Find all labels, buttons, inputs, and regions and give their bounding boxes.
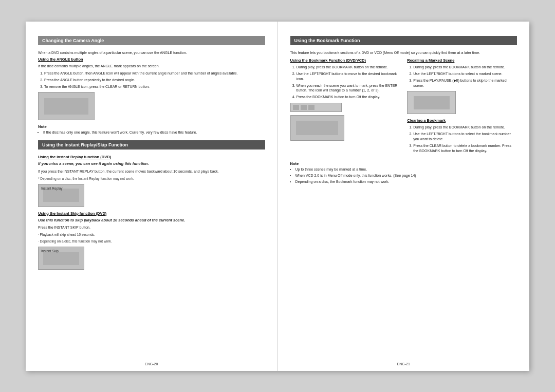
camera-angle-header: Changing the Camera Angle: [38, 36, 265, 45]
bookmark-note-1: Up to three scenes may be marked at a ti…: [295, 167, 517, 172]
angle-step-2: Press the ANGLE button repeatedly to the…: [44, 78, 265, 83]
skip-screen-inner: [43, 252, 79, 265]
bookmark-note-3: Depending on a disc, the Bookmark functi…: [295, 179, 517, 184]
clear-step-2: Use the LEFT/RIGHT buttons to select the…: [413, 132, 517, 142]
instant-skip-title: Using the Instant Skip function (DVD): [38, 211, 265, 216]
angle-step-1: Press the ANGLE button, then ANGLE icon …: [44, 71, 265, 76]
instant-skip-note2: · Depending on a disc, this function may…: [38, 239, 265, 244]
page-left: Changing the Camera Angle When a DVD con…: [26, 22, 278, 371]
angle-button-title: Using the ANGLE button: [38, 57, 265, 62]
instant-skip-screen-label: Instant Skip: [41, 249, 59, 253]
bm-icon-1: [293, 105, 299, 110]
bookmark-note-title: Note: [290, 161, 517, 166]
recalling-steps: During play, press the BOOKMARK button o…: [407, 65, 517, 88]
bm-icon-3: [308, 105, 314, 110]
bookmark-note-2: When VCD 2.0 is in Menu Off mode only, t…: [295, 173, 517, 178]
page-number-right: ENG-21: [397, 362, 410, 366]
clear-step-3: Press the CLEAR button to delete a bookm…: [413, 143, 517, 154]
camera-angle-intro: When a DVD contains multiple angles of a…: [38, 50, 265, 55]
camera-note-list: If the disc has only one angle, this fea…: [38, 130, 265, 135]
camera-note-item: If the disc has only one angle, this fea…: [43, 130, 265, 135]
bookmark-screen: [290, 115, 344, 141]
page-number-left: ENG-20: [145, 362, 158, 366]
instant-replay-screen: Instant Replay: [38, 184, 84, 207]
bookmark-columns: Using the Bookmark Function (DVD/VCD) Du…: [290, 58, 517, 156]
bm-step-3: When you reach the scene you want to mar…: [297, 83, 400, 94]
clearing-title: Clearing a Bookmark: [407, 118, 517, 123]
instant-replay-header: Using the Instant Replay/Skip Function: [38, 140, 265, 150]
page-right: Using the Bookmark Function This feature…: [278, 22, 530, 371]
clear-step-1: During play, press the BOOKMARK button o…: [413, 125, 517, 130]
instant-skip-screen: Instant Skip: [38, 247, 84, 270]
recall-step-2: Use the LEFT/RIGHT buttons to select a m…: [413, 71, 517, 77]
instant-replay-bold: If you miss a scene, you can see it agai…: [38, 161, 265, 167]
angle-steps: Press the ANGLE button, then ANGLE icon …: [38, 71, 265, 89]
bookmark-right-col: Recalling a Marked Scene During play, pr…: [407, 58, 517, 156]
section-bookmark: Using the Bookmark Function This feature…: [290, 36, 517, 184]
bookmark-dvdvcd-steps: During play, press the BOOKMARK button o…: [290, 65, 400, 100]
section-camera-angle: Changing the Camera Angle When a DVD con…: [38, 36, 265, 136]
recalling-title: Recalling a Marked Scene: [407, 58, 517, 63]
screen-inner: [44, 98, 88, 115]
instant-skip-section: Using the Instant Skip function (DVD) Us…: [38, 211, 265, 270]
camera-note-title: Note: [38, 124, 265, 129]
angle-step-3: To remove the ANGLE icon, press the CLEA…: [44, 84, 265, 89]
instant-skip-note1: · Playback will skip ahead 10 seconds.: [38, 232, 265, 237]
bookmark-dvdvcd-title: Using the Bookmark Function (DVD/VCD): [290, 58, 400, 63]
angle-button-body: If the disc contains multiple angles, th…: [38, 64, 265, 69]
instant-replay-body: If you press the INSTANT REPLAY button, …: [38, 169, 265, 174]
bookmark-header: Using the Bookmark Function: [290, 36, 517, 45]
bm-step-2: Use the LEFT/RIGHT buttons to move to th…: [297, 71, 400, 82]
camera-angle-note: Note If the disc has only one angle, thi…: [38, 124, 265, 135]
bookmark-screen-inner: [296, 121, 338, 136]
instant-skip-bold: Use this function to skip playback about…: [38, 218, 265, 223]
replay-screen-inner: [43, 189, 79, 202]
bookmark-note-list: Up to three scenes may be marked at a ti…: [290, 167, 517, 184]
instant-replay-note: * Depending on a disc, the Instant Repla…: [38, 176, 265, 181]
bm-icon-2: [301, 105, 307, 110]
instant-replay-screen-label: Instant Replay: [41, 186, 63, 190]
bookmark-note: Note Up to three scenes may be marked at…: [290, 161, 517, 184]
book-spread: Changing the Camera Angle When a DVD con…: [26, 22, 529, 371]
bookmark-icon-bar: [290, 103, 342, 112]
bookmark-left-col: Using the Bookmark Function (DVD/VCD) Du…: [290, 58, 400, 156]
section-instant-replay: Using the Instant Replay/Skip Function U…: [38, 140, 265, 270]
recall-screen: [407, 91, 456, 114]
recall-screen-inner: [414, 96, 450, 109]
camera-angle-screen: [38, 92, 95, 120]
recall-step-3: Press the PLAY/PAUSE (▶II) buttons to sk…: [413, 78, 517, 88]
clearing-steps: During play, press the BOOKMARK button o…: [407, 125, 517, 153]
instant-replay-title: Using the Instant Replay function (DVD): [38, 155, 265, 159]
bm-step-4: Press the BOOKMARK button to turn Off th…: [297, 95, 400, 100]
recall-step-1: During play, press the BOOKMARK button o…: [413, 65, 517, 70]
bookmark-intro: This feature lets you bookmark sections …: [290, 50, 517, 55]
instant-skip-body: Press the INSTANT SKIP button.: [38, 225, 265, 230]
bm-step-1: During play, press the BOOKMARK button o…: [297, 65, 400, 70]
